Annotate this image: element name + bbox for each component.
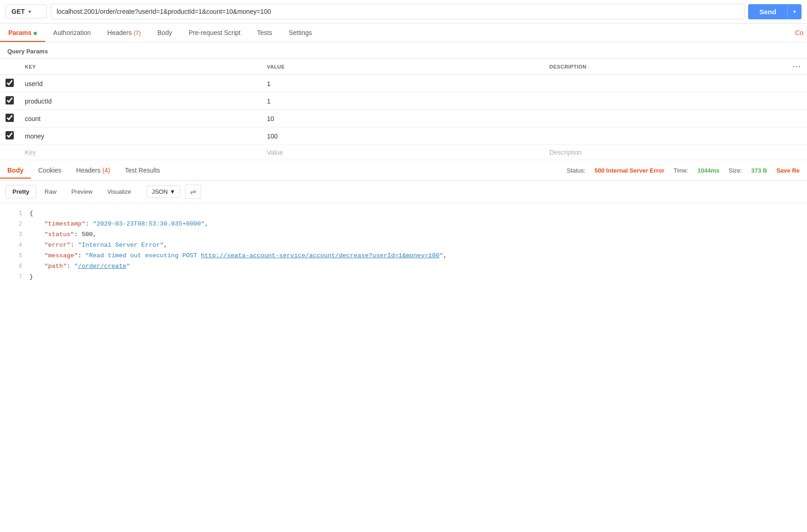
row-more-0 xyxy=(787,75,807,93)
col-value-header: VALUE xyxy=(261,59,544,75)
json-key-6: "path" xyxy=(44,263,67,270)
response-tab-test-results[interactable]: Test Results xyxy=(118,162,167,179)
json-val-str-5: "Read timed out executing POST xyxy=(86,252,201,259)
query-params-label: Query Params xyxy=(0,42,807,58)
json-content-7: } xyxy=(29,272,801,283)
row-key-1[interactable]: productId xyxy=(19,93,261,110)
params-row-0: userId 1 xyxy=(0,75,807,93)
format-select[interactable]: JSON ▼ xyxy=(147,185,181,198)
checkbox-0[interactable] xyxy=(6,79,14,87)
json-link2-6[interactable]: /order/create xyxy=(78,263,126,270)
row-desc-0[interactable] xyxy=(544,75,787,93)
row-checkbox-3[interactable] xyxy=(0,127,19,145)
row-key-0[interactable]: userId xyxy=(19,75,261,93)
json-key-5: "message" xyxy=(44,252,78,259)
response-tab-headers-badge: (4) xyxy=(102,167,110,174)
line-number-6: 6 xyxy=(6,262,22,271)
tab-prerequest-label: Pre-request Script xyxy=(189,29,241,36)
tab-headers[interactable]: Headers (7) xyxy=(99,23,149,42)
tab-overflow[interactable]: Co xyxy=(791,23,807,42)
format-label: JSON xyxy=(152,188,168,195)
col-desc-header: DESCRIPTION xyxy=(544,59,787,75)
params-row-2: count 10 xyxy=(0,110,807,127)
row-value-1[interactable]: 1 xyxy=(261,93,544,110)
placeholder-desc[interactable]: Description xyxy=(544,145,787,160)
params-dot xyxy=(34,32,37,35)
save-response-button[interactable]: Save Re xyxy=(776,167,800,174)
row-value-3[interactable]: 100 xyxy=(261,127,544,145)
url-input[interactable] xyxy=(51,4,744,19)
row-value-2[interactable]: 10 xyxy=(261,110,544,127)
params-row-3: money 100 xyxy=(0,127,807,145)
response-tab-body[interactable]: Body xyxy=(0,162,31,179)
json-content-5: "message": "Read timed out executing POS… xyxy=(29,251,801,261)
response-tab-headers[interactable]: Headers (4) xyxy=(69,162,118,179)
send-dropdown-icon[interactable]: ▼ xyxy=(787,6,801,18)
row-desc-2[interactable] xyxy=(544,110,787,127)
response-bar: Body Cookies Headers (4) Test Results St… xyxy=(0,160,807,181)
json-key-3: "status" xyxy=(44,231,74,238)
row-checkbox-2[interactable] xyxy=(0,110,19,127)
send-label: Send xyxy=(748,4,787,19)
json-content-6: "path": "/order/create" xyxy=(29,261,801,272)
row-key-3[interactable]: money xyxy=(19,127,261,145)
method-select[interactable]: GET ▼ xyxy=(6,5,47,18)
row-desc-3[interactable] xyxy=(544,127,787,145)
col-more: ··· xyxy=(787,59,807,75)
more-icon[interactable]: ··· xyxy=(793,63,801,70)
placeholder-key[interactable]: Key xyxy=(19,145,261,160)
response-status-bar: Status: 500 Internal Server Error Time: … xyxy=(567,167,807,174)
wrap-button[interactable]: ⇌ xyxy=(185,185,201,199)
wrap-icon: ⇌ xyxy=(190,187,196,196)
json-link-5[interactable]: http://seata-account-service/account/dec… xyxy=(201,252,439,259)
top-bar: GET ▼ Send ▼ xyxy=(0,0,807,23)
response-tab-cookies[interactable]: Cookies xyxy=(31,162,69,179)
row-value-0[interactable]: 1 xyxy=(261,75,544,93)
tab-tests[interactable]: Tests xyxy=(249,23,281,42)
tab-settings-label: Settings xyxy=(288,29,312,36)
placeholder-value[interactable]: Value xyxy=(261,145,544,160)
row-more-2 xyxy=(787,110,807,127)
response-tab-cookies-label: Cookies xyxy=(38,167,62,174)
col-checkbox xyxy=(0,59,19,75)
time-value: 1044ms xyxy=(697,167,720,174)
tab-body[interactable]: Body xyxy=(149,23,180,42)
line-number-2: 2 xyxy=(6,220,22,229)
tab-prerequest[interactable]: Pre-request Script xyxy=(180,23,249,42)
send-button[interactable]: Send ▼ xyxy=(748,4,801,19)
row-checkbox-0[interactable] xyxy=(0,75,19,93)
tab-authorization-label: Authorization xyxy=(53,29,91,36)
view-raw-button[interactable]: Raw xyxy=(38,185,63,198)
view-pretty-button[interactable]: Pretty xyxy=(6,185,36,198)
row-checkbox-1[interactable] xyxy=(0,93,19,110)
line-number-4: 4 xyxy=(6,241,22,250)
params-table: KEY VALUE DESCRIPTION ··· userId 1 produ… xyxy=(0,58,807,160)
params-placeholder-row: Key Value Description xyxy=(0,145,807,160)
checkbox-3[interactable] xyxy=(6,131,14,139)
tab-authorization[interactable]: Authorization xyxy=(45,23,99,42)
tab-headers-badge: (7) xyxy=(133,29,141,36)
line-number-7: 7 xyxy=(6,272,22,282)
view-preview-button[interactable]: Preview xyxy=(65,185,99,198)
json-line-2: 2 "timestamp": "2020-03-23T08:53:30.035+… xyxy=(0,219,807,230)
col-key-header: KEY xyxy=(19,59,261,75)
tab-headers-label: Headers xyxy=(107,29,132,36)
view-visualize-button[interactable]: Visualize xyxy=(101,185,138,198)
row-desc-1[interactable] xyxy=(544,93,787,110)
json-line-7: 7} xyxy=(0,272,807,283)
response-tab-test-results-label: Test Results xyxy=(125,167,160,174)
row-key-2[interactable]: count xyxy=(19,110,261,127)
tab-params-label: Params xyxy=(8,29,32,36)
tab-settings[interactable]: Settings xyxy=(280,23,320,42)
tab-params[interactable]: Params xyxy=(0,23,45,42)
checkbox-1[interactable] xyxy=(6,96,14,104)
json-content-4: "error": "Internal Server Error", xyxy=(29,240,801,251)
json-line-6: 6 "path": "/order/create" xyxy=(0,261,807,272)
placeholder-checkbox xyxy=(0,145,19,160)
checkbox-2[interactable] xyxy=(6,114,14,122)
json-content-3: "status": 500, xyxy=(29,230,801,240)
size-value: 373 B xyxy=(751,167,767,174)
json-key-2: "timestamp" xyxy=(44,220,85,227)
status-value: 500 Internal Server Error xyxy=(594,167,664,174)
json-val-3: 500 xyxy=(81,231,92,238)
